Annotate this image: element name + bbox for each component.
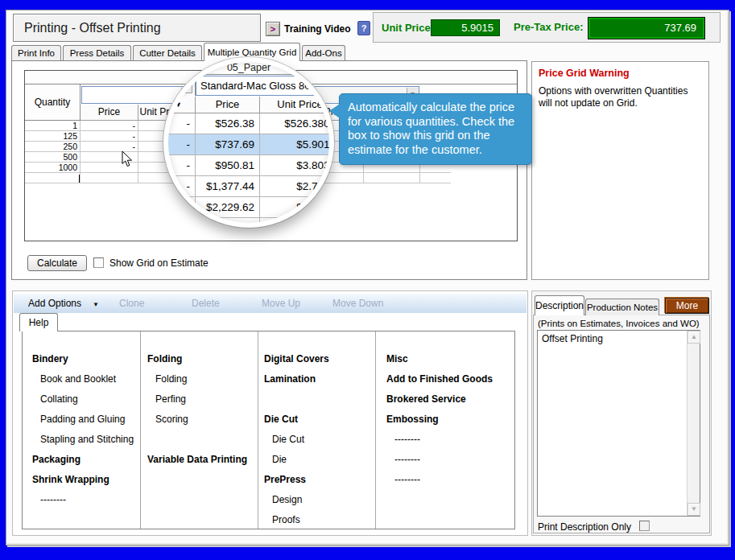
print-description-only-checkbox[interactable] [639,521,650,531]
tab-print-info[interactable]: Print Info [11,45,61,61]
quantity-cell[interactable]: 500 [25,152,81,163]
more-button[interactable]: More [665,298,709,314]
callout-tooltip: Automatically calculate the price for va… [339,93,532,165]
quantity-cell[interactable]: 250 [25,142,81,152]
show-grid-checkbox[interactable] [93,257,104,268]
option-item[interactable]: Padding and Gluing [32,412,137,432]
quantity-cell[interactable]: 1000 [25,163,81,173]
column-divider [375,331,376,529]
scroll-down-icon[interactable]: ▼ [688,503,700,516]
option-category[interactable]: Misc [386,352,509,372]
text-caret [79,175,80,183]
options-column-misc: Misc Add to Finished Goods Brokered Serv… [386,352,509,492]
print-description-only-label: Print Description Only [538,521,631,533]
prints-on-label: (Prints on Estimates, Invoices and WO) [538,319,700,328]
tab-add-ons[interactable]: Add-Ons [302,45,345,61]
mouse-cursor-icon [121,150,133,168]
options-column-digital: Digital Covers Lamination Die Cut Die Cu… [264,352,372,533]
option-item[interactable]: Proofs [264,513,372,533]
scrollbar[interactable]: ▲ ▼ [687,331,700,516]
lens-price-header: Price [196,97,260,113]
column-divider [140,331,141,529]
price-cell[interactable]: - [81,121,138,131]
option-item[interactable]: Die Cut [264,432,372,452]
option-spacer [264,392,372,412]
option-category[interactable]: Folding [147,352,255,372]
option-category[interactable]: Packaging [32,452,137,472]
option-category[interactable]: Embossing [386,412,509,432]
unit-price-value: 5.9015 [431,19,500,36]
option-item[interactable]: -------- [32,492,137,513]
price-grid-warning-title: Price Grid Warning [539,68,630,79]
training-video-play-icon[interactable]: > [266,22,280,36]
option-category[interactable]: PrePress [264,472,372,492]
tooltip-arrow-left-icon [329,104,340,118]
option-item[interactable]: Folding [147,372,255,392]
unit-price-label: Unit Price: [382,22,434,34]
option-item[interactable]: -------- [386,432,509,452]
add-options-button[interactable]: Add Options▼ [28,298,99,309]
tab-description[interactable]: Description [535,295,584,315]
option-item[interactable]: Book and Booklet [32,372,137,392]
option-category[interactable]: Add to Finished Goods [386,372,509,392]
calculate-button[interactable]: Calculate [27,255,87,271]
option-item[interactable]: Scoring [147,412,255,432]
option-item[interactable]: -------- [386,452,509,472]
price-cell[interactable]: - [81,131,138,142]
option-category[interactable]: Lamination [264,372,372,392]
option-item[interactable]: Perfing [147,392,255,412]
option-item[interactable]: Die [264,452,372,472]
show-grid-checkbox-label: Show Grid on Estimate [109,257,209,269]
tab-cutter-details[interactable]: Cutter Details [133,45,202,61]
pretax-price-value: 737.69 [588,18,704,39]
tab-help[interactable]: Help [19,313,58,331]
lens-row: -$950.81$3.8032 [163,155,334,176]
option-item[interactable]: -------- [386,472,509,492]
column-divider [258,331,258,529]
quantity-column-header: Quantity [25,84,81,121]
clone-button[interactable]: Clone [119,298,144,309]
option-item[interactable]: Collating [32,392,137,412]
option-item[interactable]: Design [264,492,372,513]
option-category[interactable]: Shrink Wrapping [32,472,137,492]
lens-row-highlighted: -$737.69$5.9015 [163,134,334,155]
option-category[interactable]: Brokered Service [386,392,509,412]
tab-production-notes[interactable]: Production Notes [585,299,659,315]
training-video-label: Training Video [284,23,350,35]
pretax-price-label: Pre-Tax Price: [514,21,583,33]
price-grid-warning-body: Options with overwritten Quantities will… [539,85,698,109]
option-category[interactable]: Digital Covers [264,352,372,372]
price-column-header: Price [81,105,138,121]
tooltip-text: Automatically calculate the price for va… [348,101,514,156]
move-down-button[interactable]: Move Down [332,298,383,309]
move-up-button[interactable]: Move Up [262,298,300,309]
quantity-cell[interactable] [25,173,81,183]
page-title: Printing - Offset Printing [13,14,261,42]
tab-press-details[interactable]: Press Details [63,45,131,61]
option-category[interactable]: Die Cut [264,412,372,432]
quantity-cell[interactable]: 1 [25,121,81,131]
scroll-up-icon[interactable]: ▲ [688,331,700,344]
option-item[interactable]: Stapling and Stitching [32,432,137,452]
delete-button[interactable]: Delete [192,298,220,309]
option-spacer [147,432,255,452]
quantity-cell[interactable]: 125 [25,131,81,142]
options-column-folding: Folding Folding Perfing Scoring Variable… [147,352,255,472]
options-column-bindery: Bindery Book and Booklet Collating Paddi… [32,352,137,513]
help-icon[interactable]: ? [357,21,370,35]
option-category[interactable]: Variable Data Printing [147,452,255,472]
description-textarea[interactable] [537,330,700,517]
lens-row: -$1,377.44$2.7549 [163,176,334,197]
magnifier-lens: 05_Paper ▼ Standard-Mac Gloss 80▼ ▼ Pric… [163,57,334,228]
chevron-down-icon[interactable]: ▼ [93,301,99,308]
option-category[interactable]: Bindery [32,352,137,372]
lens-row: -$526.38$526.3800 [163,113,334,134]
description-text: Offset Printing [542,333,603,344]
